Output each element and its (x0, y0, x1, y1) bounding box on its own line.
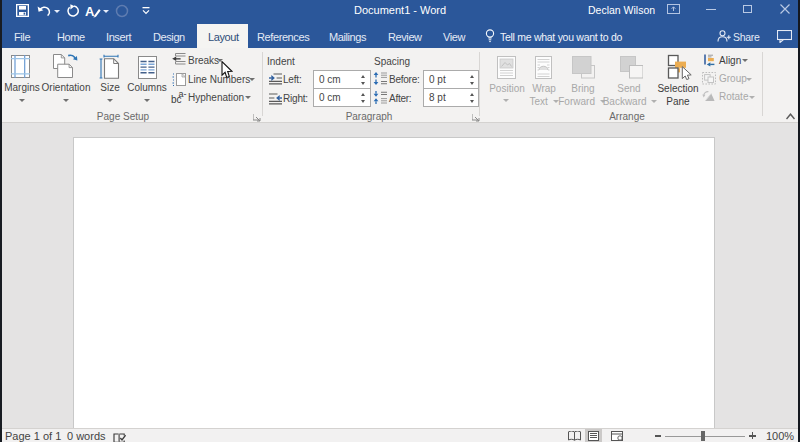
svg-text:A: A (85, 4, 95, 18)
